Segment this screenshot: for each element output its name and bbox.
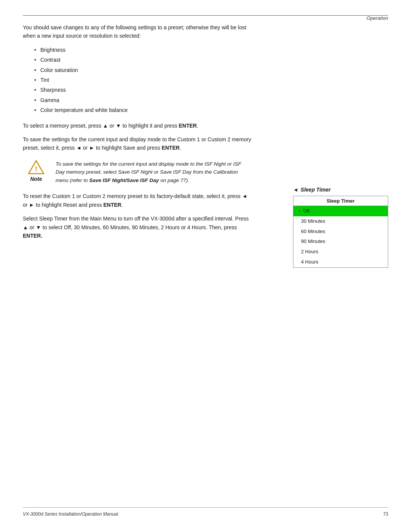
sleep-timer-row: 2 Hours (293, 247, 388, 257)
sleep-timer-rows: → Off30 Minutes60 Minutes90 Minutes2 Hou… (293, 206, 388, 268)
sleep-timer-row: 90 Minutes (293, 236, 388, 247)
bullet-item: Tint (34, 76, 388, 84)
note-text-part2: on page 77). (159, 177, 190, 183)
operation-label: Operation (366, 15, 388, 21)
bullet-item: Contrast (34, 56, 388, 64)
footer-page-number: 73 (383, 511, 388, 517)
enter-bold-4: ENTER. (23, 233, 42, 239)
enter-bold-1: ENTER (179, 123, 197, 129)
bullet-item: Sharpness (34, 86, 388, 94)
instruction-2: To save the settings for the current inp… (23, 135, 251, 152)
note-text-bold: Save ISF Night/Save ISF Day (89, 177, 159, 183)
sleep-timer-heading: ◄ Sleep Timer (293, 187, 388, 193)
note-icon-area: ! Note (23, 160, 49, 182)
bullet-item: Color saturation (34, 66, 388, 74)
footer: VX-3000d Series Installation/Operation M… (23, 507, 388, 517)
bullet-item: Color temperature and white balance (34, 106, 388, 114)
header-rule (23, 15, 388, 16)
svg-text:!: ! (35, 165, 37, 173)
sleep-timer-row: 30 Minutes (293, 216, 388, 227)
sleep-timer-row: 60 Minutes (293, 227, 388, 237)
footer-manual-label: VX-3000d Series Installation/Operation M… (23, 511, 118, 517)
sleep-timer-section: ◄ Sleep Timer Sleep Timer → Off30 Minute… (293, 187, 388, 268)
intro-paragraph: You should save changes to any of the fo… (23, 23, 251, 40)
sleep-timer-table-header: Sleep Timer (293, 196, 388, 206)
sleep-timer-arrow-icon: ◄ (293, 187, 298, 193)
sleep-timer-instruction: Select Sleep Timer from the Main Menu to… (23, 214, 251, 240)
warning-triangle-icon: ! (28, 160, 45, 174)
sleep-timer-title: Sleep Timer (301, 187, 331, 193)
note-text: To save the settings for the current inp… (56, 160, 251, 185)
instruction-1: To select a memory preset, press ▲ or ▼ … (23, 121, 251, 130)
note-box: ! Note To save the settings for the curr… (23, 160, 251, 185)
sleep-timer-row: → Off (293, 206, 388, 216)
settings-list: BrightnessContrastColor saturationTintSh… (34, 46, 388, 115)
sleep-timer-table: Sleep Timer (293, 196, 388, 206)
selected-arrow-icon: → (296, 207, 301, 215)
bullet-item: Gamma (34, 96, 388, 104)
sleep-timer-row: 4 Hours (293, 257, 388, 267)
enter-bold-3: ENTER (104, 202, 121, 208)
note-label: Note (30, 176, 42, 182)
row-label: Off (303, 207, 309, 215)
page: Operation You should save changes to any… (0, 0, 411, 532)
bullet-item: Brightness (34, 46, 388, 54)
enter-bold-2: ENTER (162, 145, 180, 151)
reset-instruction: To reset the Custom 1 or Custom 2 memory… (23, 192, 251, 209)
